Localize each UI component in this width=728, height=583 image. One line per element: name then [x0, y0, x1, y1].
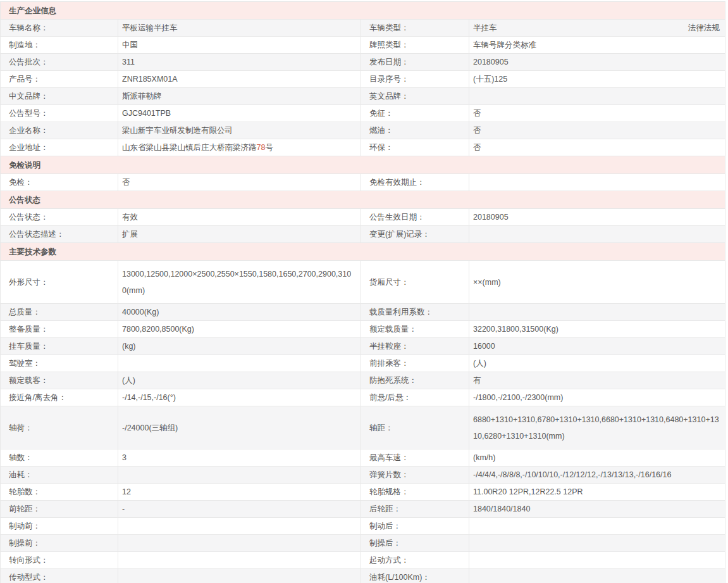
field-label-steering-type: 转向形式：	[1, 552, 118, 569]
field-label-abs: 防抱死系统：	[361, 372, 469, 389]
field-value-announce-model: GJC9401TPB	[118, 105, 361, 122]
field-value-vehicle-name: 平板运输半挂车	[118, 20, 361, 37]
field-label-rear-track: 后轮距：	[361, 501, 469, 518]
field-value-abs: 有	[469, 372, 725, 389]
field-label-product-no: 产品号：	[1, 71, 118, 88]
table-row: 轮胎数： 12 轮胎规格： 11.00R20 12PR,12R22.5 12PR	[1, 484, 725, 501]
table-row: 整备质量： 7800,8200,8500(Kg) 额定载质量： 32200,31…	[1, 321, 725, 338]
field-value-fuel: 否	[469, 122, 725, 139]
section-header-row: 免检说明	[1, 156, 725, 174]
field-label-front-track: 前轮距：	[1, 501, 118, 518]
field-value-company-name: 梁山新宇车业研发制造有限公司	[118, 122, 361, 139]
section-title: 免检说明	[1, 156, 725, 174]
table-row: 车辆名称： 平板运输半挂车 车辆类型： 法律法规 半挂车	[1, 20, 725, 37]
field-value-total-mass: 40000(Kg)	[118, 304, 361, 321]
table-row: 企业地址： 山东省梁山县梁山镇后庄大桥南梁济路78号 环保： 否	[1, 139, 725, 156]
field-value-parking-brake-rear	[469, 535, 725, 552]
field-label-fifth-wheel: 半挂鞍座：	[361, 338, 469, 355]
field-value-rated-passengers: (人)	[118, 372, 361, 389]
field-label-axle-load: 轴荷：	[1, 406, 118, 449]
field-label-english-brand: 英文品牌：	[361, 88, 469, 105]
field-value-brake-front	[118, 518, 361, 535]
field-label-brake-rear: 制动后：	[361, 518, 469, 535]
field-label-fuel-consumption: 油耗：	[1, 467, 118, 484]
field-label-vehicle-name: 车辆名称：	[1, 20, 118, 37]
field-value-vehicle-type: 法律法规 半挂车	[469, 20, 725, 37]
table-row: 挂车质量： (kg) 半挂鞍座： 16000	[1, 338, 725, 355]
legal-regulations-link[interactable]: 法律法规	[688, 20, 720, 36]
field-label-catalog-no: 目录序号：	[361, 71, 469, 88]
field-label-overhang: 前悬/后悬：	[361, 389, 469, 406]
table-row: 油耗： 弹簧片数： -/4/4/4,-/8/8/8,-/10/10/10,-/1…	[1, 467, 725, 484]
field-label-max-speed: 最高车速：	[361, 449, 469, 467]
field-value-change-record	[469, 226, 725, 243]
field-value-tax-exempt: 否	[469, 105, 725, 122]
section-announcement-status: 公告状态 公告状态： 有效 公告生效日期： 20180905 公告状态描述： 扩…	[1, 191, 725, 243]
table-row: 中文品牌： 斯派菲勒牌 英文品牌：	[1, 88, 725, 105]
table-row: 企业名称： 梁山新宇车业研发制造有限公司 燃油： 否	[1, 122, 725, 139]
field-value-tire-count: 12	[118, 484, 361, 501]
field-label-vehicle-type: 车辆类型：	[361, 20, 469, 37]
field-value-spring-leaves: -/4/4/4,-/8/8/8,-/10/10/10,-/12/12/12,-/…	[469, 467, 725, 484]
field-label-brake-front: 制动前：	[1, 518, 118, 535]
field-value-status-description: 扩展	[118, 226, 361, 243]
field-value-axle-count: 3	[118, 449, 361, 467]
field-label-status-description: 公告状态描述：	[1, 226, 118, 243]
field-value-catalog-no: (十五)125	[469, 71, 725, 88]
field-value-exempt-valid-until	[469, 174, 725, 191]
field-label-parking-brake-front: 制操前：	[1, 535, 118, 552]
field-value-axle-load: -/24000(三轴组)	[118, 406, 361, 449]
field-value-transmission-type	[118, 569, 361, 583]
field-label-plate-type: 牌照类型：	[361, 37, 469, 54]
section-header-row: 主要技术参数	[1, 243, 725, 261]
field-label-effective-date: 公告生效日期：	[361, 209, 469, 226]
field-label-environment: 环保：	[361, 139, 469, 156]
field-value-cargo-dimensions: ××(mm)	[469, 261, 725, 304]
field-label-dimensions: 外形尺寸：	[1, 261, 118, 304]
table-row: 公告批次： 311 发布日期： 20180905	[1, 54, 725, 71]
field-value-product-no: ZNR185XM01A	[118, 71, 361, 88]
field-label-start-type: 起动方式：	[361, 552, 469, 569]
section-manufacturer-info: 生产企业信息 车辆名称： 平板运输半挂车 车辆类型： 法律法规 半挂车 制造地：…	[1, 2, 725, 156]
section-header-row: 生产企业信息	[1, 2, 725, 20]
field-value-chinese-brand: 斯派菲勒牌	[118, 88, 361, 105]
table-row: 公告状态： 有效 公告生效日期： 20180905	[1, 209, 725, 226]
field-value-announce-status: 有效	[118, 209, 361, 226]
field-value-steering-type	[118, 552, 361, 569]
section-title: 生产企业信息	[1, 2, 725, 20]
field-label-load-ratio: 载质量利用系数：	[361, 304, 469, 321]
field-label-change-record: 变更(扩展)记录：	[361, 226, 469, 243]
field-label-transmission-type: 传动型式：	[1, 569, 118, 583]
field-value-rear-track: 1840/1840/1840	[469, 501, 725, 518]
field-label-cab: 驾驶室：	[1, 355, 118, 372]
field-value-fifth-wheel: 16000	[469, 338, 725, 355]
field-label-company-address: 企业地址：	[1, 139, 118, 156]
vehicle-info-page: 生产企业信息 车辆名称： 平板运输半挂车 车辆类型： 法律法规 半挂车 制造地：…	[0, 0, 728, 583]
table-row: 产品号： ZNR185XM01A 目录序号： (十五)125	[1, 71, 725, 88]
field-value-effective-date: 20180905	[469, 209, 725, 226]
field-value-dimensions: 13000,12500,12000×2500,2550×1550,1580,16…	[118, 261, 361, 304]
field-value-tire-spec: 11.00R20 12PR,12R22.5 12PR	[469, 484, 725, 501]
field-value-load-ratio	[469, 304, 725, 321]
table-row: 传动型式： 油耗(L/100Km)：	[1, 569, 725, 583]
field-value-environment: 否	[469, 139, 725, 156]
field-label-exempt-valid-until: 免检有效期止：	[361, 174, 469, 191]
section-title: 公告状态	[1, 191, 725, 209]
field-label-spring-leaves: 弹簧片数：	[361, 467, 469, 484]
table-row: 转向形式： 起动方式：	[1, 552, 725, 569]
field-label-inspection-exempt: 免检：	[1, 174, 118, 191]
table-row: 接近角/离去角： -/14,-/15,-/16(°) 前悬/后悬： -/1800…	[1, 389, 725, 406]
field-label-announce-status: 公告状态：	[1, 209, 118, 226]
address-text: 山东省梁山县梁山镇后庄大桥南梁济路	[122, 143, 257, 152]
table-row: 驾驶室： 前排乘客： (人)	[1, 355, 725, 372]
field-label-company-name: 企业名称：	[1, 122, 118, 139]
table-row: 公告状态描述： 扩展 变更(扩展)记录：	[1, 226, 725, 243]
field-label-wheelbase: 轴距：	[361, 406, 469, 449]
field-label-announce-model: 公告型号：	[1, 105, 118, 122]
field-value-max-speed: (km/h)	[469, 449, 725, 467]
field-value-wheelbase: 6880+1310+1310,6780+1310+1310,6680+1310+…	[469, 406, 725, 449]
field-value-front-passengers: (人)	[469, 355, 725, 372]
table-row: 制操前： 制操后：	[1, 535, 725, 552]
field-label-rated-load: 额定载质量：	[361, 321, 469, 338]
field-value-announce-batch: 311	[118, 54, 361, 71]
